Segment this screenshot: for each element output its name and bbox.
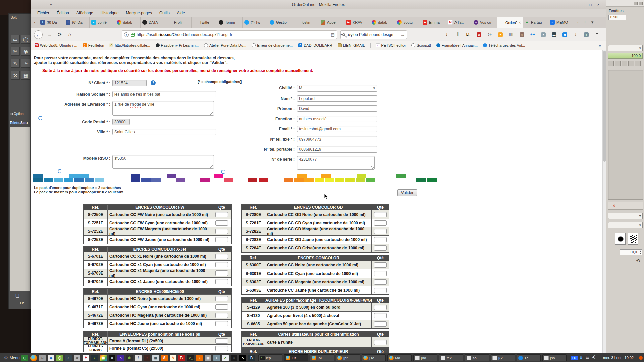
search-go-icon[interactable]: → (400, 32, 405, 37)
layers-list-panel[interactable] (608, 70, 643, 200)
volume-icon[interactable]: ◀) (592, 355, 595, 359)
opacity-slider[interactable]: 100,0 (608, 53, 643, 59)
quantity-input[interactable] (374, 271, 387, 276)
tab-memo[interactable]: ≡MEMO (548, 17, 574, 28)
quantity-input[interactable] (215, 262, 228, 267)
download-icon[interactable]: ↓ (444, 31, 450, 37)
reload-button[interactable]: ⟳ (55, 30, 64, 39)
field-ntlfixe[interactable]: 0970904773 (297, 136, 377, 142)
menu-item-dition[interactable]: Édition (57, 11, 69, 15)
field-prnom[interactable]: David (297, 105, 377, 112)
quantity-input[interactable] (374, 279, 387, 285)
notification-tray-icon[interactable] (639, 356, 643, 360)
quantity-input[interactable] (374, 220, 387, 226)
launcher-icon[interactable]: ◉ (48, 355, 54, 361)
field-codepostal[interactable]: 30800 (112, 119, 130, 125)
taskbar-window-tex[interactable]: tex... (439, 354, 463, 361)
quantity-input[interactable] (215, 237, 228, 242)
bookmark-petsciiedito[interactable]: CPETSCII editor (376, 43, 406, 47)
taskbar-window-pr[interactable]: [pr... (336, 354, 360, 361)
launcher-icon[interactable]: / (135, 355, 142, 361)
launcher-icon[interactable]: ▦ (152, 355, 159, 361)
field-nclient[interactable]: 121524 (112, 80, 147, 86)
bookmark-webupd8ubunt[interactable]: WWeb Upd8: Ubuntu / ... (35, 43, 77, 47)
bookmark-erreurdechar[interactable]: Erreur de chargeme... (252, 43, 293, 47)
gimp-option-row[interactable]: Option (10, 112, 23, 116)
taskbar-window-da[interactable]: [da... (413, 354, 437, 361)
dock-close-icon[interactable] (639, 2, 643, 5)
launcher-icon[interactable]: ✔ (222, 355, 229, 361)
gimp-tool-icon[interactable]: ◯ (21, 35, 30, 44)
tab-profil[interactable]: Profil (166, 17, 192, 28)
launcher-icon[interactable]: S (161, 355, 168, 361)
monkey-icon[interactable]: ☺ (519, 31, 525, 37)
download2-icon[interactable]: ↓ (573, 31, 579, 37)
launcher-icon[interactable]: ↖ (239, 355, 246, 361)
launcher-icon[interactable]: ▱ (74, 355, 80, 361)
taskbar-window-2[interactable]: [(2... (491, 354, 515, 361)
gimp-tool-icon[interactable]: ✑ (21, 59, 30, 68)
gimp-tool-icon[interactable]: ▦ (21, 71, 30, 80)
launcher-icon[interactable]: P. (248, 355, 255, 361)
launcher-icon[interactable]: ◆ (109, 355, 115, 361)
pattern-select[interactable]: ▾ (608, 222, 643, 228)
clipboard-tray-icon[interactable]: ▤ (586, 355, 589, 360)
launcher-icon[interactable]: ● (231, 355, 237, 361)
field-nom[interactable]: Lepolard (297, 95, 377, 102)
quantity-input[interactable] (374, 245, 387, 251)
tab-youtu[interactable]: youtu (395, 17, 421, 28)
keyboard-layout-badge[interactable]: FR (571, 356, 578, 360)
help-icon[interactable]: ? (151, 80, 156, 85)
tab-datab[interactable]: datab (370, 17, 395, 28)
close-button[interactable]: × (595, 2, 602, 7)
library-icon[interactable]: ⫼ (454, 31, 461, 37)
delete-icon[interactable]: × (613, 203, 615, 208)
maximize-button[interactable]: □ (587, 2, 594, 7)
target-icon[interactable]: ◎ (487, 31, 493, 37)
gimp-tool-icon[interactable]: ✎ (11, 59, 20, 68)
menu-item-historique[interactable]: Historique (101, 11, 119, 15)
url-bar[interactable]: i https://risoft.riso.eu/OrderOnLine/ind… (122, 30, 337, 39)
tab-emma[interactable]: ▶Emma (421, 17, 446, 28)
downloadhelper-icon[interactable]: ●● (530, 31, 536, 37)
tab-data[interactable]: DATA (141, 17, 166, 28)
bookmarks-overflow-icon[interactable]: » (599, 43, 601, 48)
applications-menu-button[interactable]: ⚙ Menu (2, 354, 22, 361)
tab-appel[interactable]: Appel (319, 17, 344, 28)
checkbox-icon[interactable] (10, 113, 13, 115)
launcher-icon[interactable]: ⚑ (83, 355, 89, 361)
taskbar-window-m[interactable]: [M... (310, 354, 334, 361)
home-button[interactable]: ⌂ (65, 30, 74, 39)
quantity-input[interactable] (374, 237, 387, 242)
tab-partag[interactable]: ▲Partag (523, 17, 548, 28)
valider-button[interactable]: Valider (397, 189, 417, 196)
taskbar-window-to[interactable]: [To... (362, 354, 386, 361)
tab-lostin[interactable]: lostin (293, 17, 319, 28)
tab-scroll-right-icon[interactable]: › (574, 17, 581, 28)
field-ndesrie[interactable]: 42310077 (297, 156, 375, 170)
quantity-input[interactable] (215, 254, 228, 259)
bookmark-httpbitrates[interactable]: Ghttp://bitrates.gifbite... (109, 43, 150, 47)
field-fonction[interactable]: artistes associé (297, 116, 377, 122)
bluetooth-icon[interactable]: B (580, 355, 583, 360)
dock-tool-button[interactable] (622, 61, 627, 66)
pattern-preview[interactable] (628, 233, 638, 245)
launcher-icon[interactable]: ∩ (117, 355, 124, 361)
tab-datab[interactable]: datab (115, 17, 141, 28)
launcher-icon[interactable]: ↓ (196, 355, 203, 361)
gimp-tool-icon[interactable]: ⚒ (11, 71, 20, 80)
fox-icon[interactable]: ● (497, 31, 503, 37)
menu-item-affichage[interactable]: Affichage (76, 11, 93, 15)
bookmark-star-icon[interactable]: ☆ (363, 31, 369, 37)
launcher-icon[interactable]: ◐ (65, 355, 72, 361)
gimp-toolbox-window[interactable]: Boît ▭◯✄◉✎✑⚒▦ Option Teinte-Satu ❏ Fic (8, 13, 32, 309)
tab-tw[interactable]: (*) Tw (243, 17, 268, 28)
quantity-input[interactable] (374, 305, 387, 310)
bookmark-feuilleton[interactable]: )Feuilleton (83, 43, 104, 47)
launcher-icon[interactable]: ▢ (21, 355, 28, 361)
search-value[interactable]: arylou Petot sound design (347, 32, 393, 37)
quantity-input[interactable] (215, 296, 228, 301)
bookmark-liengmail[interactable]: LIEN_GMAIL (338, 43, 365, 47)
back-button[interactable]: ← (34, 30, 43, 39)
field-ville[interactable]: Saint Gilles (112, 129, 216, 135)
